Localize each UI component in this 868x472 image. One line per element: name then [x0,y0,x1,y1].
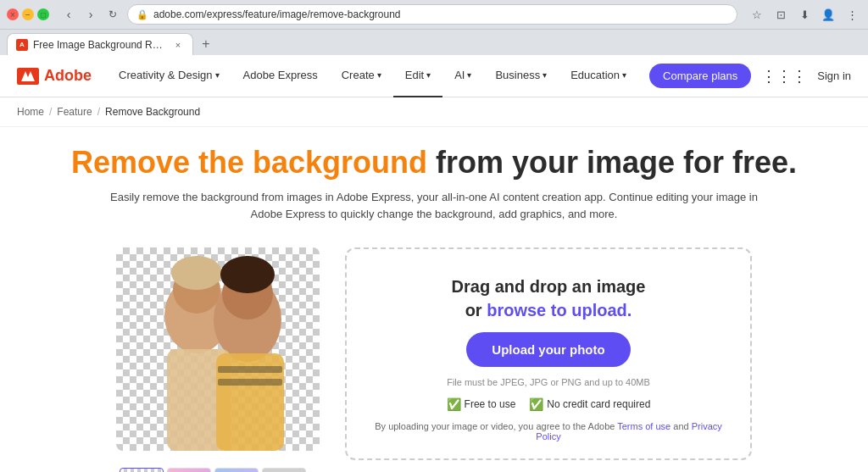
minimize-window-button[interactable]: − [22,8,34,20]
chevron-down-icon: ▾ [542,70,547,80]
breadcrumb-current: Remove Background [105,106,200,118]
sign-in-button[interactable]: Sign in [817,69,851,82]
bookmark-button[interactable]: ☆ [748,5,766,24]
preview-person-svg [116,247,320,451]
compare-plans-button[interactable]: Compare plans [649,64,751,88]
checkmark-icon: ✅ [447,397,461,411]
no-credit-card-badge: ✅ No credit card required [529,397,650,411]
upload-drop-zone[interactable]: Drag and drop an image or browse to uplo… [345,247,752,460]
nav-item-express[interactable]: Adobe Express [231,55,330,97]
tab-bar: A Free Image Background Remo... × + [0,30,868,55]
page-content: Adobe Creativity & Design ▾ Adobe Expres… [0,55,868,472]
terms-of-use-link[interactable]: Terms of use [617,421,670,431]
browser-navigation: ‹ › ↻ [59,5,122,24]
chevron-down-icon: ▾ [467,70,471,80]
nav-items: Creativity & Design ▾ Adobe Express Crea… [107,55,649,97]
chevron-down-icon: ▾ [426,70,431,80]
svg-point-7 [220,256,275,293]
breadcrumb-separator: / [97,106,100,118]
thumbnail-item[interactable] [120,468,164,472]
svg-rect-10 [218,366,282,373]
svg-rect-11 [218,379,282,386]
checkmark-icon: ✅ [529,397,543,411]
breadcrumb-home[interactable]: Home [17,106,44,118]
tab-title: Free Image Background Remo... [33,39,167,51]
nav-right-actions: Compare plans ⋮⋮⋮ Sign in [649,64,851,88]
free-to-use-badge: ✅ Free to use [447,397,516,411]
terms-text: By uploading your image or video, you ag… [372,421,725,441]
active-tab[interactable]: A Free Image Background Remo... × [7,33,193,55]
heading-highlight-orange: Remove the background [71,145,427,180]
browser-action-buttons: ☆ ⊡ ⬇ 👤 ⋮ [748,5,861,24]
browse-link[interactable]: browse to upload. [487,301,632,319]
nav-item-creativity[interactable]: Creativity & Design ▾ [107,55,231,97]
browser-menu-button[interactable]: ⊡ [771,5,790,24]
tab-favicon: A [16,39,28,51]
adobe-navbar: Adobe Creativity & Design ▾ Adobe Expres… [0,55,868,97]
close-tab-button[interactable]: × [172,39,184,51]
download-button[interactable]: ⬇ [795,5,814,24]
apps-grid-icon[interactable]: ⋮⋮⋮ [761,67,807,86]
checkerboard-background [116,247,320,451]
maximize-window-button[interactable]: □ [37,8,49,20]
thumbnail-item[interactable] [214,468,259,472]
file-requirements-text: File must be JPEG, JPG or PNG and up to … [447,377,650,387]
chevron-down-icon: ▾ [377,70,381,80]
address-bar[interactable]: 🔒 adobe.com/express/feature/image/remove… [127,4,737,25]
thumbnail-strip [116,468,320,472]
page-subtitle: Easily remove the background from images… [95,189,773,222]
browser-chrome: × − □ ‹ › ↻ 🔒 adobe.com/express/feature/… [0,0,868,30]
page-heading: Remove the background from your image fo… [34,144,834,180]
breadcrumb: Home / Feature / Remove Background [0,97,868,127]
thumbnail-item[interactable] [167,468,211,472]
adobe-logo-text: Adobe [44,67,92,85]
nav-item-edit[interactable]: Edit ▾ [393,55,442,97]
lock-icon: 🔒 [136,9,148,20]
demo-area: Drag and drop an image or browse to uplo… [116,247,752,472]
browser-window-controls: × − □ [7,8,49,20]
nav-item-education[interactable]: Education ▾ [559,55,638,97]
thumbnail-item[interactable] [262,468,306,472]
upload-photo-button[interactable]: Upload your photo [466,332,630,367]
url-text: adobe.com/express/feature/image/remove-b… [153,8,401,20]
image-preview-section [116,247,320,472]
drag-drop-text: Drag and drop an image or browse to uplo… [452,275,646,322]
nav-item-business[interactable]: Business ▾ [483,55,559,97]
profile-button[interactable]: 👤 [819,5,837,24]
breadcrumb-separator: / [49,106,52,118]
close-window-button[interactable]: × [7,8,19,20]
adobe-logo[interactable]: Adobe [17,67,92,85]
chevron-down-icon: ▾ [215,70,220,80]
extensions-button[interactable]: ⋮ [843,5,861,24]
new-tab-button[interactable]: + [195,33,217,55]
main-content: Remove the background from your image fo… [0,127,868,472]
page-title: Remove the background from your image fo… [34,144,834,180]
back-button[interactable]: ‹ [59,5,78,24]
nav-item-ai[interactable]: AI ▾ [442,55,483,97]
nav-item-create[interactable]: Create ▾ [330,55,393,97]
forward-button[interactable]: › [81,5,100,24]
feature-badges: ✅ Free to use ✅ No credit card required [447,397,651,411]
chevron-down-icon: ▾ [622,70,626,80]
breadcrumb-feature[interactable]: Feature [57,106,92,118]
heading-plain: from your image for free. [436,145,797,180]
adobe-logo-icon [17,68,39,85]
reload-button[interactable]: ↻ [103,5,122,24]
svg-point-4 [171,256,222,290]
